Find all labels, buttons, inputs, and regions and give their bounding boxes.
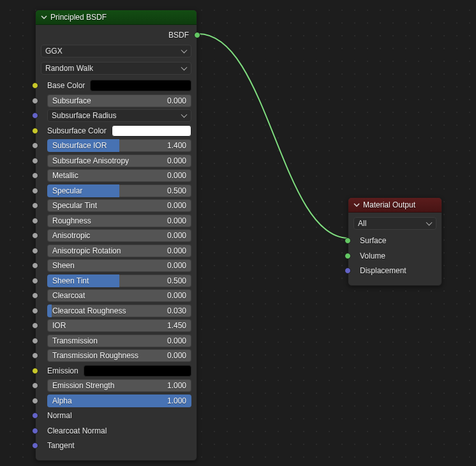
value-slider[interactable]: Transmission0.000: [47, 334, 191, 347]
distribution-dropdown[interactable]: GGX: [41, 45, 191, 57]
value-slider[interactable]: Subsurface IOR1.400: [47, 139, 191, 152]
slider-value: 1.450: [167, 321, 186, 330]
node-principled-bsdf[interactable]: Principled BSDF BSDF GGX Random Walk Bas…: [35, 10, 197, 461]
sss-method-dropdown[interactable]: Random Walk: [41, 62, 191, 75]
slider-label: Metallic: [52, 171, 78, 180]
value-slider[interactable]: Transmission Roughness0.000: [47, 349, 191, 362]
input-emission[interactable]: Emission: [41, 364, 191, 378]
socket-icon[interactable]: [32, 368, 38, 374]
input-sheen[interactable]: Sheen0.000: [41, 259, 191, 273]
input-volume[interactable]: Volume: [353, 249, 436, 263]
socket-icon[interactable]: [32, 188, 38, 194]
value-slider[interactable]: Emission Strength1.000: [47, 379, 191, 392]
socket-icon[interactable]: [32, 322, 38, 329]
value-slider[interactable]: Roughness0.000: [47, 214, 191, 227]
slider-value: 0.000: [167, 171, 186, 180]
color-swatch[interactable]: [112, 125, 191, 137]
socket-icon[interactable]: [32, 82, 38, 89]
input-transmission[interactable]: Transmission0.000: [41, 334, 191, 348]
input-label: Normal: [47, 411, 72, 420]
slider-label: Transmission: [52, 336, 98, 345]
value-slider[interactable]: Subsurface 0.000: [47, 94, 191, 107]
input-displacement[interactable]: Displacement: [353, 264, 436, 278]
input-sss-ior[interactable]: Subsurface IOR1.400: [41, 139, 191, 153]
value-slider[interactable]: Anisotropic0.000: [47, 229, 191, 242]
socket-icon[interactable]: [32, 172, 38, 179]
input-base-color[interactable]: Base Color: [41, 79, 191, 93]
input-surface[interactable]: Surface: [353, 234, 436, 248]
socket-icon[interactable]: [32, 142, 38, 149]
input-transmission-rough[interactable]: Transmission Roughness0.000: [41, 349, 191, 363]
input-emission-strength[interactable]: Emission Strength1.000: [41, 379, 191, 393]
socket-icon[interactable]: [32, 232, 38, 239]
output-socket-bsdf[interactable]: BSDF: [41, 29, 191, 41]
slider-label: Specular Tint: [52, 201, 97, 210]
input-clearcoat[interactable]: Clearcoat0.000: [41, 289, 191, 303]
socket-icon[interactable]: [32, 428, 38, 434]
node-header[interactable]: Principled BSDF: [36, 10, 197, 25]
slider-value: 0.000: [167, 336, 186, 345]
input-normal[interactable]: Normal: [41, 409, 191, 423]
input-sss-aniso[interactable]: Subsurface Anisotropy0.000: [41, 154, 191, 168]
value-slider[interactable]: Sheen Tint0.500: [47, 274, 191, 287]
value-slider[interactable]: Specular Tint0.000: [47, 199, 191, 212]
input-label: Volume: [360, 252, 385, 260]
socket-icon[interactable]: [32, 308, 38, 314]
socket-icon[interactable]: [32, 262, 38, 269]
node-material-output[interactable]: Material Output All Surface Volume Displ…: [348, 197, 442, 286]
input-subsurface[interactable]: Subsurface 0.000: [41, 94, 191, 108]
slider-value: 0.000: [167, 351, 186, 360]
input-clearcoat-normal[interactable]: Clearcoat Normal: [41, 424, 191, 438]
subsurface-radius-dropdown[interactable]: Subsurface Radius: [47, 109, 191, 122]
input-roughness[interactable]: Roughness0.000: [41, 214, 191, 228]
input-metallic[interactable]: Metallic0.000: [41, 169, 191, 183]
node-title: Principled BSDF: [50, 13, 107, 22]
value-slider[interactable]: IOR1.450: [47, 319, 191, 332]
socket-icon[interactable]: [32, 218, 38, 224]
socket-icon[interactable]: [194, 32, 200, 38]
value-slider[interactable]: Clearcoat Roughness0.030: [47, 304, 191, 317]
socket-icon[interactable]: [32, 278, 38, 284]
input-label: Tangent: [47, 441, 75, 450]
value-slider[interactable]: Sheen0.000: [47, 259, 191, 272]
socket-icon[interactable]: [32, 412, 38, 419]
color-swatch[interactable]: [90, 80, 191, 91]
slider-value: 1.000: [167, 396, 186, 405]
socket-icon[interactable]: [32, 112, 38, 119]
node-header[interactable]: Material Output: [348, 198, 442, 213]
color-swatch[interactable]: [84, 365, 191, 377]
socket-icon[interactable]: [345, 253, 351, 259]
socket-icon[interactable]: [32, 128, 38, 134]
socket-icon[interactable]: [32, 158, 38, 164]
socket-icon[interactable]: [32, 248, 38, 254]
socket-icon[interactable]: [32, 292, 38, 299]
socket-icon[interactable]: [32, 398, 38, 404]
input-specular-tint[interactable]: Specular Tint0.000: [41, 199, 191, 213]
socket-icon[interactable]: [32, 352, 38, 359]
input-specular[interactable]: Specular0.500: [41, 184, 191, 198]
input-subsurface-radius[interactable]: Subsurface Radius: [41, 109, 191, 123]
socket-icon[interactable]: [32, 442, 38, 449]
value-slider[interactable]: Alpha1.000: [47, 395, 191, 407]
socket-icon[interactable]: [32, 98, 38, 104]
value-slider[interactable]: Clearcoat0.000: [47, 289, 191, 302]
value-slider[interactable]: Metallic0.000: [47, 169, 191, 182]
input-aniso-rot[interactable]: Anisotropic Rotation0.000: [41, 244, 191, 258]
value-slider[interactable]: Specular0.500: [47, 184, 191, 197]
target-dropdown[interactable]: All: [353, 217, 436, 230]
socket-icon[interactable]: [32, 382, 38, 389]
node-title: Material Output: [363, 200, 415, 209]
socket-icon[interactable]: [345, 237, 351, 244]
socket-icon[interactable]: [345, 267, 351, 274]
socket-icon[interactable]: [32, 202, 38, 209]
value-slider[interactable]: Subsurface Anisotropy0.000: [47, 154, 191, 167]
input-sheen-tint[interactable]: Sheen Tint0.500: [41, 274, 191, 288]
input-clearcoat-rough[interactable]: Clearcoat Roughness0.030: [41, 304, 191, 318]
input-anisotropic[interactable]: Anisotropic0.000: [41, 229, 191, 243]
value-slider[interactable]: Anisotropic Rotation0.000: [47, 244, 191, 257]
input-tangent[interactable]: Tangent: [41, 439, 191, 453]
input-alpha[interactable]: Alpha1.000: [41, 394, 191, 408]
input-subsurface-color[interactable]: Subsurface Color: [41, 124, 191, 138]
input-ior[interactable]: IOR1.450: [41, 319, 191, 333]
socket-icon[interactable]: [32, 338, 38, 344]
